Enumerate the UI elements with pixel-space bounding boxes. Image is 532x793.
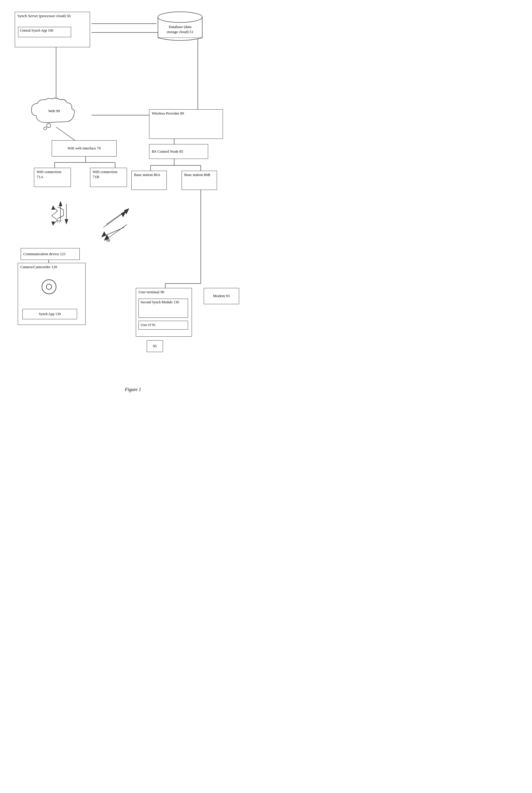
database-container: Database (data storage cloud) 51 <box>156 9 204 41</box>
bs-control-box: BS Control Node 85 <box>149 144 208 159</box>
wifi-conn-b-box: Wifi connection 71B <box>90 168 127 187</box>
user-terminal-label: User terminal 90 <box>138 290 164 294</box>
base-station-b-box: Base station 86B <box>182 171 217 190</box>
modem-label: Modem 93 <box>213 294 230 299</box>
base-station-b-label: Base station 86B <box>184 172 210 177</box>
svg-line-39 <box>103 227 124 236</box>
user-if-label: User i/f 91 <box>140 323 156 327</box>
svg-point-28 <box>158 12 202 22</box>
svg-marker-40 <box>101 231 106 238</box>
svg-line-37 <box>103 213 124 227</box>
base-station-a-label: Base station 86A <box>134 172 160 177</box>
comm-device-label: Communication device 121 <box>23 252 66 257</box>
base-station-a-box: Base station 86A <box>131 171 167 190</box>
wifi-interface-box: Wifi web interface 70 <box>52 140 117 156</box>
wifi-conn-a-box: Wifi connection 71A <box>34 168 71 187</box>
second-synch-label: Second Synch Module 130 <box>140 300 179 304</box>
camera-lens-outer <box>42 279 56 294</box>
web-cloud: Web 99 <box>28 97 87 130</box>
svg-point-31 <box>46 124 51 128</box>
arrow-88-area: 88 <box>97 207 139 242</box>
camera-label: Camera/Camcorder 120 <box>20 265 57 269</box>
camera-box: Camera/Camcorder 120 Synch App 130 <box>18 263 86 325</box>
wifi-interface-label: Wifi web interface 70 <box>67 146 101 151</box>
svg-text:Web 99: Web 99 <box>48 109 60 113</box>
wifi-conn-b-label: Wifi connection 71B <box>93 170 117 179</box>
diagram: Synch Server (processor cloud) 50 Centra… <box>0 0 266 384</box>
svg-text:77: 77 <box>57 220 61 224</box>
node-95-box: 95 <box>147 340 163 352</box>
svg-marker-34 <box>51 205 55 210</box>
figure-label: Figure 1 <box>0 387 266 392</box>
wireless-provider-box: Wireless Provider 80 <box>149 109 223 139</box>
svg-text:88: 88 <box>106 238 110 242</box>
central-synch-app-box: Central Synch App 160 <box>18 27 71 37</box>
svg-marker-38 <box>121 211 126 218</box>
central-synch-app-label: Central Synch App 160 <box>20 29 53 33</box>
wifi-conn-a-label: Wifi connection 71A <box>37 170 61 179</box>
synch-server-box: Synch Server (processor cloud) 50 Centra… <box>15 12 90 47</box>
svg-point-32 <box>44 127 46 130</box>
svg-marker-35 <box>51 222 55 226</box>
arrow-77-area: 77 <box>35 201 83 230</box>
user-terminal-box: User terminal 90 Second Synch Module 130… <box>136 288 192 337</box>
camera-lens-inner <box>46 284 52 290</box>
synch-app-inner-box: Synch App 130 <box>22 309 77 319</box>
user-if-box: User i/f 91 <box>138 321 188 329</box>
comm-device-box: Communication device 121 <box>21 248 80 260</box>
synch-app-label: Synch App 130 <box>39 312 60 317</box>
synch-server-label: Synch Server (processor cloud) 50 <box>17 14 71 18</box>
svg-text:Database (data: Database (data <box>169 24 192 29</box>
svg-text:storage cloud) 51: storage cloud) 51 <box>167 30 193 34</box>
bs-control-label: BS Control Node 85 <box>152 149 183 154</box>
wireless-provider-label: Wireless Provider 80 <box>152 111 184 115</box>
modem-box: Modem 93 <box>204 288 239 304</box>
second-synch-box: Second Synch Module 130 <box>138 299 188 318</box>
node-95-label: 95 <box>153 344 157 349</box>
